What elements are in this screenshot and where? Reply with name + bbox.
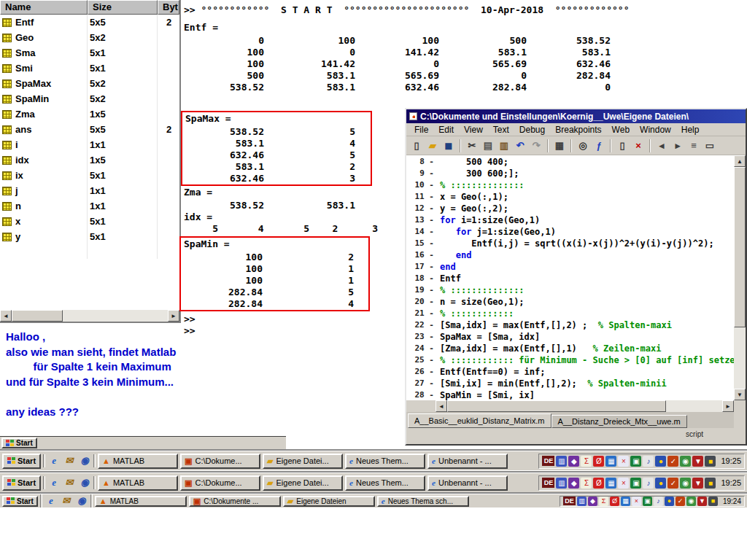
indent-right-icon[interactable]: ▸ bbox=[670, 139, 685, 153]
task-button[interactable]: ▣C:\Dokume... bbox=[180, 454, 260, 469]
editor-code[interactable]: 500 400; 300 600;];% ::::::::::::::x = G… bbox=[436, 155, 734, 400]
align-icon[interactable]: ≡ bbox=[686, 139, 701, 153]
column-header-size[interactable]: Size bbox=[88, 0, 158, 15]
tray-icon[interactable]: ♪ bbox=[643, 456, 654, 467]
editor-tab[interactable]: A__Distanz_Dreieck_Mtx__uwe.m bbox=[551, 415, 687, 428]
workspace-row[interactable]: j1x1 bbox=[0, 183, 179, 198]
mail-icon[interactable]: ✉ bbox=[63, 455, 76, 467]
editor-tab[interactable]: A__Basic__euklid_Distanz_Matrix.m bbox=[408, 413, 551, 428]
task-button[interactable]: ▲MATLAB bbox=[98, 454, 178, 469]
menu-file[interactable]: File bbox=[409, 125, 433, 135]
save-icon[interactable]: ◼ bbox=[441, 139, 456, 153]
menu-help[interactable]: Help bbox=[676, 125, 705, 135]
workspace-row[interactable]: SpaMax5x2 bbox=[0, 76, 179, 91]
workspace-row[interactable]: Geo5x2 bbox=[0, 30, 179, 45]
new-cell-icon[interactable]: ▯ bbox=[615, 139, 630, 153]
start-button[interactable]: Start bbox=[2, 475, 41, 491]
editor-vscrollbar[interactable]: ▲ ▼ bbox=[734, 155, 746, 400]
tray-icon[interactable]: ▦ bbox=[605, 456, 616, 467]
workspace-row[interactable]: n1x1 bbox=[0, 198, 179, 214]
find-icon[interactable]: ◎ bbox=[576, 139, 590, 153]
scroll-down-icon[interactable]: ▼ bbox=[734, 389, 746, 400]
menu-debug[interactable]: Debug bbox=[514, 125, 550, 135]
tray-icon[interactable]: ✓ bbox=[667, 456, 678, 467]
scrollbar-thumb[interactable] bbox=[734, 167, 746, 327]
task-button[interactable]: ▰Eigene Datei... bbox=[263, 454, 343, 469]
task-button[interactable]: eUnbenannt - ... bbox=[427, 475, 508, 491]
tray-icon[interactable]: ▦ bbox=[605, 478, 616, 489]
tray-icon[interactable]: ▼ bbox=[697, 497, 707, 506]
language-indicator[interactable]: DE bbox=[542, 456, 554, 466]
tray-icon[interactable]: ▼ bbox=[692, 478, 703, 489]
delete-icon[interactable]: × bbox=[631, 139, 646, 153]
workspace-row[interactable]: i1x1 bbox=[0, 137, 179, 152]
new-file-icon[interactable]: ▯ bbox=[409, 139, 424, 153]
workspace-row[interactable]: ans5x52 bbox=[0, 122, 179, 137]
media-icon[interactable]: ◉ bbox=[75, 495, 88, 507]
print-icon[interactable]: ▦ bbox=[552, 139, 567, 153]
task-button[interactable]: eNeues Them... bbox=[345, 475, 425, 491]
tray-icon[interactable]: × bbox=[632, 497, 641, 506]
tray-icon[interactable]: ◆ bbox=[568, 456, 579, 467]
task-button[interactable]: eUnbenannt - ... bbox=[427, 454, 508, 469]
cut-icon[interactable]: ✂ bbox=[465, 139, 479, 153]
tray-icon[interactable]: Σ bbox=[581, 478, 592, 489]
workspace-row[interactable]: Smi5x1 bbox=[0, 61, 179, 76]
scrollbar-track[interactable] bbox=[12, 310, 168, 322]
menu-window[interactable]: Window bbox=[635, 125, 676, 135]
scroll-right-icon[interactable]: ► bbox=[722, 400, 734, 412]
tray-icon[interactable]: ● bbox=[665, 497, 674, 506]
menu-breakpoints[interactable]: Breakpoints bbox=[550, 125, 606, 135]
scroll-left-icon[interactable]: ◄ bbox=[436, 400, 447, 412]
tray-icon[interactable]: × bbox=[618, 478, 629, 489]
menu-web[interactable]: Web bbox=[607, 125, 635, 135]
ie-icon[interactable]: e bbox=[47, 477, 61, 489]
tray-icon[interactable]: ▥ bbox=[577, 497, 587, 506]
task-button[interactable]: eNeues Thema sch... bbox=[377, 496, 469, 507]
tray-icon[interactable]: ♪ bbox=[643, 478, 654, 489]
ie-icon[interactable]: e bbox=[44, 495, 58, 507]
menu-view[interactable]: View bbox=[459, 125, 488, 135]
mail-icon[interactable]: ✉ bbox=[63, 477, 76, 489]
workspace-row[interactable]: idx1x5 bbox=[0, 152, 179, 168]
scroll-left-icon[interactable]: ◄ bbox=[0, 310, 12, 322]
tray-icon[interactable]: ▣ bbox=[630, 456, 641, 467]
menu-text[interactable]: Text bbox=[488, 125, 514, 135]
workspace-hscrollbar[interactable]: ◄ ► bbox=[0, 310, 179, 322]
tray-icon[interactable]: ◉ bbox=[686, 497, 696, 506]
workspace-row[interactable]: Sma5x1 bbox=[0, 45, 179, 61]
language-indicator[interactable]: DE bbox=[563, 497, 576, 505]
language-indicator[interactable]: DE bbox=[542, 478, 554, 488]
tray-icon[interactable]: ▥ bbox=[556, 456, 567, 467]
start-button[interactable]: Start bbox=[1, 438, 37, 448]
tray-icon[interactable]: ▣ bbox=[643, 497, 652, 506]
editor-titlebar[interactable]: C:\Dokumente und Einstellungen\Koernig__… bbox=[406, 109, 746, 123]
menu-edit[interactable]: Edit bbox=[433, 125, 459, 135]
column-header-bytes[interactable]: Byt bbox=[158, 0, 179, 15]
undo-icon[interactable]: ↶ bbox=[513, 139, 527, 153]
paste-icon[interactable]: ▥ bbox=[497, 139, 511, 153]
tray-icon[interactable]: ✓ bbox=[676, 497, 685, 506]
workspace-row[interactable]: y5x1 bbox=[0, 229, 179, 244]
mail-icon[interactable]: ✉ bbox=[60, 495, 73, 507]
ie-icon[interactable]: e bbox=[47, 455, 61, 467]
tray-icon[interactable]: ▣ bbox=[630, 478, 641, 489]
open-folder-icon[interactable]: ▰ bbox=[425, 139, 440, 153]
workspace-row[interactable]: x5x1 bbox=[0, 214, 179, 229]
tray-icon[interactable]: ▼ bbox=[692, 456, 703, 467]
start-button[interactable]: Start bbox=[2, 454, 41, 469]
tray-icon[interactable]: Ø bbox=[593, 456, 604, 467]
scrollbar-thumb[interactable] bbox=[12, 310, 63, 322]
tray-icon[interactable]: ■ bbox=[705, 456, 716, 467]
tray-icon[interactable]: Σ bbox=[599, 497, 608, 506]
media-icon[interactable]: ◉ bbox=[78, 477, 91, 489]
tray-icon[interactable]: ◉ bbox=[680, 456, 691, 467]
column-header-name[interactable]: Name bbox=[0, 0, 88, 15]
workspace-row[interactable]: ix5x1 bbox=[0, 168, 179, 183]
tray-icon[interactable]: ◆ bbox=[588, 497, 597, 506]
tray-icon[interactable]: ▦ bbox=[621, 497, 630, 506]
scroll-up-icon[interactable]: ▲ bbox=[734, 155, 746, 167]
tray-icon[interactable]: ● bbox=[655, 478, 666, 489]
indent-left-icon[interactable]: ◂ bbox=[654, 139, 669, 153]
copy-icon[interactable]: ▤ bbox=[481, 139, 495, 153]
